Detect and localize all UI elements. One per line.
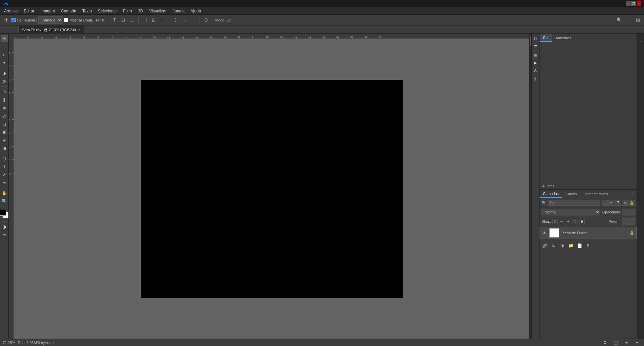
align-right-btn[interactable]: ⊢ [159,16,167,24]
layer-styles-btn[interactable]: fx [550,243,556,249]
create-layer-btn[interactable]: 📄 [576,243,583,249]
panel-actions-btn[interactable]: ▶ [532,59,539,66]
clone-btn[interactable]: ⊗ [1,104,8,111]
zoom-btn[interactable]: 🔍 [1,197,8,205]
color-tab[interactable]: Cor [540,34,552,42]
status-zoom-out-btn[interactable]: − [633,339,641,346]
lock-pixels-btn[interactable]: ✏ [559,219,564,224]
gradient-btn[interactable]: ▣ [1,128,8,136]
arrange-btn[interactable]: ▥ [634,16,642,24]
layer-item[interactable]: 👁 Plano de Fundo 🔒 [540,227,637,239]
doc-info-arrow[interactable]: > [52,341,54,345]
canvas-content[interactable] [14,39,529,339]
dodge-btn[interactable]: ◑ [1,144,8,152]
close-button[interactable]: ✕ [637,1,641,6]
menu-3d[interactable]: 3D [135,8,146,14]
blend-mode-select[interactable]: Normal [542,209,600,215]
menu-ajuda[interactable]: Ajuda [188,8,204,14]
move-tool-btn[interactable]: ✛ [1,35,8,42]
shape-btn[interactable]: ▭ [1,179,8,186]
panel-history-btn[interactable]: H [532,35,539,42]
menu-arquivo[interactable]: Arquivo [1,8,20,14]
menu-camada[interactable]: Camada [58,8,79,14]
align-left-btn[interactable]: ⊣ [141,16,149,24]
mask-btn[interactable]: ◑ [1,223,8,230]
history-btn[interactable]: ◎ [1,112,8,119]
workspaces-btn[interactable]: ⬚ [625,16,633,24]
distribute-more-btn[interactable]: ⬡ [202,16,210,24]
filter-type-btn[interactable]: T [615,200,621,206]
color-swatch-group[interactable] [0,209,9,218]
add-mask-btn[interactable]: ◑ [559,243,565,249]
panel-char-btn[interactable]: A [532,67,539,75]
delete-layer-btn[interactable]: 🗑 [585,243,591,249]
channels-tab[interactable]: Canais [562,190,580,198]
panel-list-btn[interactable]: ☰ [532,43,539,50]
align-hcenter-btn[interactable]: ⊟ [150,16,158,24]
search-btn[interactable]: 🔍 [615,16,623,24]
filter-adjust-btn[interactable]: ✏ [608,200,614,206]
filter-shape-btn[interactable]: ▭ [622,200,628,206]
hand-btn[interactable]: ✋ [1,189,8,197]
brush-btn[interactable]: ∥ [1,96,8,103]
panel-gradient-btn[interactable]: ▦ [532,51,539,58]
minimize-button[interactable]: ─ [626,1,631,6]
foreground-color-swatch[interactable] [0,209,6,216]
dist-top-btn[interactable]: ⋮ [172,16,180,24]
lock-all-btn[interactable]: 🔒 [579,219,585,224]
blur-btn[interactable]: ◈ [1,136,8,144]
titlebar-controls[interactable]: ─ ❐ ✕ [626,1,641,6]
menu-imagem[interactable]: Imagem [38,8,57,14]
layers-filter-input[interactable] [548,200,600,206]
sel-autom-checkbox[interactable] [11,18,16,22]
align-bottom-btn[interactable]: ⊥ [128,16,136,24]
marquee-tool-btn[interactable]: ⬚ [1,43,8,50]
lasso-tool-btn[interactable]: ○ [1,51,8,58]
type-btn[interactable]: T [1,163,8,170]
dist-bottom-btn[interactable]: ⋮ [189,16,197,24]
layer-visibility-btn[interactable]: 👁 [542,230,547,236]
eyedropper-btn[interactable]: ⊘ [1,78,8,85]
lock-transparent-btn[interactable]: ⊠ [552,219,558,224]
menu-selecionar[interactable]: Selecionar [95,8,120,14]
status-view-btn[interactable]: ⬚ [612,339,620,346]
mostrar-checkbox[interactable] [64,18,68,22]
align-top-btn[interactable]: ⊤ [111,16,119,24]
eraser-btn[interactable]: ◻ [1,120,8,128]
restore-button[interactable]: ❐ [631,1,636,6]
menu-visualizar[interactable]: Visualizar [146,8,169,14]
lock-position-btn[interactable]: ✛ [566,219,571,224]
panel-para-btn[interactable]: ¶ [532,75,539,83]
status-zoom-in-btn[interactable]: + [622,339,631,346]
mostrar-checkbox-group[interactable]: Mostrar Contr. Transf. [64,18,105,22]
lock-artboard-btn[interactable]: ⬡ [572,219,578,224]
menu-janela[interactable]: Janela [170,8,187,14]
layers-tab[interactable]: Camadas [540,190,562,198]
link-layers-btn[interactable]: 🔗 [542,243,548,249]
fill-input[interactable]: 100% [622,218,635,225]
magic-wand-btn[interactable]: ✦ [1,59,8,66]
menu-texto[interactable]: Texto [80,8,95,14]
screen-mode-btn[interactable]: ▭ [1,231,8,238]
status-settings-btn[interactable]: ⚙ [601,339,609,346]
menu-editar[interactable]: Editar [21,8,37,14]
align-vcenter-btn[interactable]: ⊞ [119,16,127,24]
menu-filtro[interactable]: Filtro [120,8,135,14]
camada-select[interactable]: Camada [38,16,62,24]
healing-btn[interactable]: ⊕ [1,88,8,95]
canvas[interactable] [141,80,403,298]
opacity-input[interactable]: 100% [622,209,635,215]
layers-menu-btn[interactable]: ☰ [629,190,637,198]
collapse-handle[interactable] [530,36,531,46]
path-select-btn[interactable]: ↗ [1,171,8,178]
samples-tab[interactable]: Amostras [552,34,574,42]
panel-expand-btn[interactable]: « [637,35,644,48]
filter-smart-btn[interactable]: 🔒 [629,200,635,206]
document-tab[interactable]: Sem Titulo-1 @ 71,3% (RGB/8#) ✕ [18,26,84,33]
markers-tab[interactable]: Demarcadores [580,190,611,198]
dist-vcenter-btn[interactable]: ⋯ [180,16,188,24]
tab-close-btn[interactable]: ✕ [78,28,81,32]
pen-btn[interactable]: ⬡ [1,155,8,162]
filter-pixel-btn[interactable]: ⬚ [602,200,608,206]
create-group-btn[interactable]: 📁 [568,243,574,249]
